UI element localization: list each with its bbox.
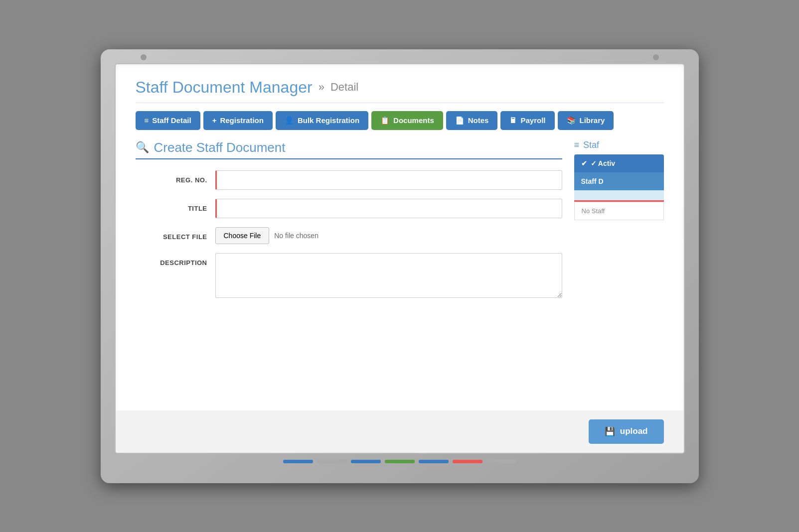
check-icon: ✔ — [581, 159, 587, 167]
search-icon: 🔍 — [136, 141, 149, 154]
tab-bulk-registration[interactable]: 👤 Bulk Registration — [276, 111, 368, 130]
main-form: 🔍 Create Staff Document REG. NO. TITLE — [136, 140, 562, 309]
tab-notes[interactable]: 📄 Notes — [446, 111, 498, 130]
tab-payroll-label: Payroll — [520, 116, 545, 125]
select-file-label: SELECT FILE — [136, 227, 215, 241]
footer-bar-7 — [486, 460, 516, 463]
header-divider — [136, 103, 664, 103]
title-row: TITLE — [136, 199, 562, 218]
footer-bar-1 — [283, 460, 313, 463]
tab-registration[interactable]: + Registration — [203, 111, 273, 130]
title-label: TITLE — [136, 199, 215, 212]
sidebar-title: ≡ Staf — [574, 140, 664, 150]
reg-no-input[interactable] — [215, 170, 562, 190]
tab-documents[interactable]: 📋 Documents — [371, 111, 443, 130]
sidebar-title-text: Staf — [583, 140, 599, 150]
tab-staff-detail[interactable]: ≡ Staff Detail — [136, 111, 200, 130]
sidebar-no-staff: No Staff — [574, 202, 664, 220]
reg-no-row: REG. NO. — [136, 170, 562, 190]
choose-file-button[interactable]: Choose File — [215, 227, 270, 244]
footer-bar-3 — [351, 460, 381, 463]
no-file-text: No file chosen — [274, 232, 319, 240]
title-input[interactable] — [215, 199, 562, 218]
tab-library[interactable]: 📚 Library — [558, 111, 614, 130]
breadcrumb-detail: Detail — [330, 81, 358, 94]
footer-bar-5 — [419, 460, 449, 463]
monitor-footer-bars — [115, 460, 685, 463]
tab-bulk-registration-label: Bulk Registration — [298, 116, 359, 125]
description-row: DESCRIPTION — [136, 253, 562, 300]
section-underline — [136, 158, 562, 159]
tab-documents-label: Documents — [393, 116, 434, 125]
form-section-title: Create Staff Document — [154, 140, 286, 155]
sidebar-list-icon: ≡ — [574, 140, 580, 150]
tab-registration-label: Registration — [220, 116, 264, 125]
bulk-registration-icon: 👤 — [285, 116, 294, 125]
upload-icon: 💾 — [605, 426, 615, 437]
library-icon: 📚 — [567, 116, 576, 125]
app-title-text: Staff Document Manager — [136, 78, 313, 97]
footer-bar-4 — [385, 460, 415, 463]
staff-detail-icon: ≡ — [145, 116, 149, 125]
sidebar-light-item[interactable] — [574, 190, 664, 200]
upload-button[interactable]: 💾 upload — [589, 419, 664, 444]
footer-bar-2 — [317, 460, 347, 463]
tab-staff-detail-label: Staff Detail — [152, 116, 191, 125]
no-staff-label: No Staff — [582, 207, 605, 215]
sidebar-staff-d-label: Staff D — [581, 177, 604, 185]
description-input[interactable] — [215, 253, 562, 298]
reg-no-label: REG. NO. — [136, 170, 215, 184]
sidebar-active-button[interactable]: ✔ ✓ Activ — [574, 154, 664, 172]
payroll-icon: 🖩 — [509, 116, 517, 125]
monitor-screw-left — [141, 54, 147, 60]
upload-button-label: upload — [620, 426, 648, 436]
nav-tabs: ≡ Staff Detail + Registration 👤 Bulk Reg… — [116, 111, 684, 130]
description-label: DESCRIPTION — [136, 253, 215, 266]
app-title: Staff Document Manager » Detail — [136, 78, 664, 97]
tab-notes-label: Notes — [468, 116, 489, 125]
sidebar-active-label: ✓ Activ — [591, 159, 616, 167]
sidebar-staff-d[interactable]: Staff D — [574, 172, 664, 190]
tab-library-label: Library — [580, 116, 605, 125]
notes-icon: 📄 — [455, 116, 465, 125]
tab-payroll[interactable]: 🖩 Payroll — [500, 111, 554, 130]
registration-icon: + — [212, 116, 217, 125]
monitor-screw-right — [653, 54, 659, 60]
footer-bar-6 — [453, 460, 482, 463]
breadcrumb-separator: » — [319, 81, 324, 94]
sidebar-panel: ≡ Staf ✔ ✓ Activ Staff D No — [574, 140, 664, 309]
select-file-row: SELECT FILE Choose File No file chosen — [136, 227, 562, 244]
form-bottom-bar: 💾 upload — [116, 410, 684, 453]
documents-icon: 📋 — [380, 116, 390, 125]
